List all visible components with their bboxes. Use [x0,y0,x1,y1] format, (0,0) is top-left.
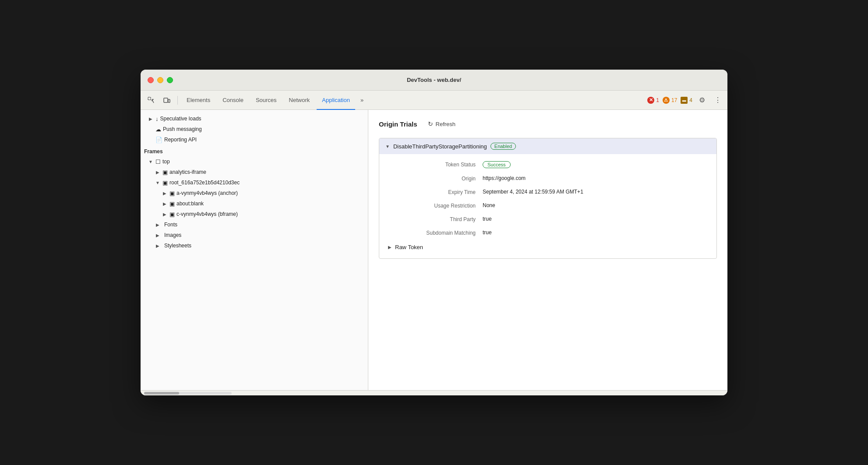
svg-rect-2 [168,99,170,102]
toggle-spacer [148,126,154,132]
devtools-window: DevTools - web.dev/ Elements Console Sou… [141,70,727,395]
sidebar-item-about-blank[interactable]: ▶ ▣ about:blank [141,198,368,209]
token-status-row: Token Status Success [379,158,716,172]
toggle-icon: ▶ [148,116,154,122]
content-title: Origin Trials [379,120,417,128]
refresh-icon: ↻ [428,120,433,127]
raw-token-row[interactable]: ▶ Raw Token [379,240,716,255]
warning-badge[interactable]: ⚠ 17 [663,97,677,104]
tab-console[interactable]: Console [217,91,249,110]
tab-elements[interactable]: Elements [181,91,215,110]
toolbar-divider-1 [177,96,178,105]
sidebar-item-stylesheets[interactable]: ▶ Stylesheets [141,240,368,251]
settings-button[interactable]: ⚙ [696,94,708,106]
inspect-element-icon[interactable] [144,94,158,106]
tab-application[interactable]: Application [317,91,355,110]
origin-label: Origin [388,175,476,182]
sidebar: ▶ ↓ Speculative loads ☁ Push messaging 📄… [141,110,368,390]
sidebar-item-label: root_616a752e1b5d4210d3ec [169,180,240,186]
sidebar-item-analytics-iframe[interactable]: ▶ ▣ analytics-iframe [141,167,368,177]
message-icon: ▬ [681,97,688,104]
usage-label: Usage Restriction [388,202,476,209]
sidebar-item-speculative-loads[interactable]: ▶ ↓ Speculative loads [141,113,368,124]
horizontal-scrollbar-track[interactable] [144,392,232,395]
raw-token-label: Raw Token [395,244,423,250]
sidebar-item-root-frame[interactable]: ▼ ▣ root_616a752e1b5d4210d3ec [141,177,368,188]
tab-sources[interactable]: Sources [251,91,282,110]
success-badge: Success [483,161,511,168]
refresh-button[interactable]: ↻ Refresh [424,119,459,129]
maximize-button[interactable] [167,77,173,83]
device-toggle-icon[interactable] [160,94,174,106]
sidebar-item-label: Push messaging [163,126,202,132]
sidebar-item-label: Reporting API [164,137,197,143]
bottom-scrollbar [141,390,727,395]
sidebar-item-label: Images [164,232,181,238]
toggle-icon: ▶ [155,169,161,175]
sidebar-item-images[interactable]: ▶ Images [141,230,368,240]
subdomain-row: Subdomain Matching true [379,226,716,240]
toggle-icon: ▼ [155,180,161,186]
token-status-value: Success [483,161,708,168]
third-party-label: Third Party [388,216,476,222]
horizontal-scrollbar-thumb[interactable] [144,392,179,395]
push-messaging-icon: ☁ [155,126,161,133]
origin-row: Origin https://google.com [379,172,716,185]
minimize-button[interactable] [157,77,163,83]
toggle-spacer [148,137,154,143]
toolbar-actions: ✕ 1 ⚠ 17 ▬ 4 ⚙ ⋮ [647,94,724,106]
sidebar-item-label: a-vynmy4vb4wys (anchor) [176,190,238,196]
sidebar-item-label: top [162,159,170,165]
more-tabs-button[interactable]: » [357,91,367,110]
expiry-value: September 4, 2024 at 12:59:59 AM GMT+1 [483,189,708,195]
frames-section-label: Frames [141,145,368,156]
toggle-icon: ▶ [162,190,168,196]
origin-value: https://google.com [483,175,708,181]
frame-icon: ▣ [162,180,168,186]
message-badge[interactable]: ▬ 4 [681,97,692,104]
expiry-row: Expiry Time September 4, 2024 at 12:59:5… [379,185,716,199]
traffic-lights [148,77,173,83]
sidebar-item-fonts[interactable]: ▶ Fonts [141,219,368,230]
error-badge[interactable]: ✕ 1 [647,97,659,104]
enabled-badge: Enabled [490,143,516,150]
content-header: Origin Trials ↻ Refresh [379,119,717,129]
more-options-button[interactable]: ⋮ [712,94,724,106]
main-content: Origin Trials ↻ Refresh ▼ DisableThirdPa… [368,110,727,390]
svg-rect-0 [148,97,151,100]
frame-icon: ▣ [169,190,175,197]
frame-icon: ▣ [169,211,175,218]
usage-row: Usage Restriction None [379,199,716,212]
frame-icon: ☐ [155,159,161,165]
usage-value: None [483,202,708,208]
sidebar-item-reporting-api[interactable]: 📄 Reporting API [141,134,368,145]
sidebar-item-label: c-vynmy4vb4wys (bframe) [176,211,238,217]
trial-details: Token Status Success Origin https://goog… [379,154,716,258]
sidebar-item-c-vynmy4vb4wys[interactable]: ▶ ▣ c-vynmy4vb4wys (bframe) [141,209,368,219]
sidebar-item-label: about:blank [176,201,204,207]
tab-network[interactable]: Network [284,91,315,110]
toggle-icon: ▼ [148,159,154,165]
subdomain-value: true [483,229,708,236]
svg-rect-1 [164,98,168,102]
trial-header[interactable]: ▼ DisableThirdPartyStoragePartitioning E… [379,138,716,154]
frame-icon: ▣ [169,201,175,207]
sidebar-item-a-vynmy4vb4wys[interactable]: ▶ ▣ a-vynmy4vb4wys (anchor) [141,188,368,198]
third-party-value: true [483,216,708,222]
error-icon: ✕ [647,97,654,104]
refresh-label: Refresh [436,121,456,127]
close-button[interactable] [148,77,154,83]
titlebar: DevTools - web.dev/ [141,70,727,91]
toggle-icon: ▶ [162,201,168,207]
toggle-icon: ▶ [162,211,168,217]
sidebar-item-top[interactable]: ▼ ☐ top [141,156,368,167]
sidebar-item-label: Speculative loads [160,116,201,122]
speculative-loads-icon: ↓ [155,116,159,122]
expiry-label: Expiry Time [388,189,476,195]
token-status-label: Token Status [388,161,476,168]
trial-section: ▼ DisableThirdPartyStoragePartitioning E… [379,138,717,259]
window-title: DevTools - web.dev/ [407,77,461,83]
toggle-icon: ▶ [155,243,161,249]
sidebar-item-push-messaging[interactable]: ☁ Push messaging [141,124,368,134]
toggle-icon: ▶ [155,232,161,238]
